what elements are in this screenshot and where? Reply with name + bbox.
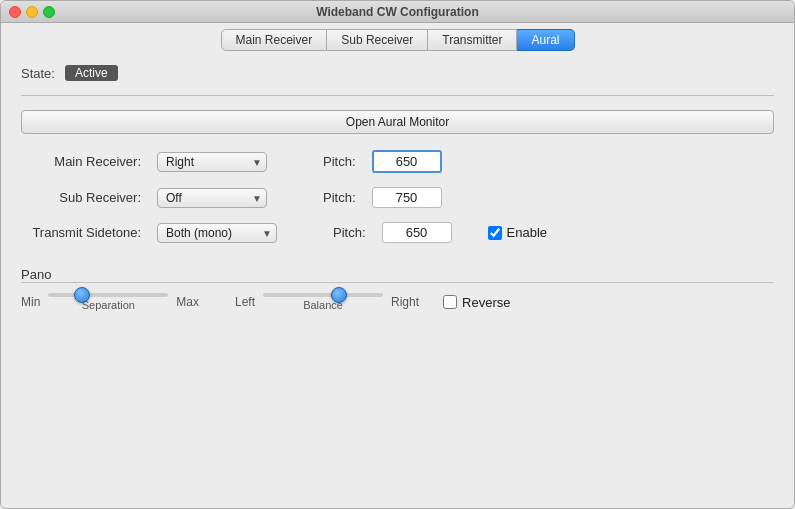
reverse-checkbox[interactable] [443,295,457,309]
state-label: State: [21,66,55,81]
sub-receiver-row: Sub Receiver: Left Right Both Off ▼ Pitc… [21,187,774,208]
enable-row: Enable [488,225,547,240]
close-button[interactable] [9,6,21,18]
main-receiver-select-wrapper: Left Right Both Off ▼ [157,152,267,172]
top-divider [21,95,774,96]
sub-receiver-pitch-input[interactable] [372,187,442,208]
main-receiver-row: Main Receiver: Left Right Both Off ▼ Pit… [21,150,774,173]
pano-section: Pano Min Separation Max Left Balance Rig… [21,267,774,311]
maximize-button[interactable] [43,6,55,18]
tab-sub-receiver[interactable]: Sub Receiver [327,29,428,51]
slider-row: Min Separation Max Left Balance Right [21,293,774,311]
open-aural-monitor-button[interactable]: Open Aural Monitor [21,110,774,134]
pano-divider [21,282,774,283]
sub-receiver-select[interactable]: Left Right Both Off [157,188,267,208]
pano-title: Pano [21,267,51,282]
balance-left-label: Left [235,295,255,309]
transmit-sidetone-select[interactable]: Left Right Both (mono) Both (stereo) Off [157,223,277,243]
transmit-sidetone-pitch-input[interactable] [382,222,452,243]
main-window: Wideband CW Configuration Main Receiver … [0,0,795,509]
main-receiver-label: Main Receiver: [21,154,141,169]
balance-sublabel: Balance [303,299,343,311]
traffic-lights [9,6,55,18]
state-badge: Active [65,65,118,81]
transmit-sidetone-row: Transmit Sidetone: Left Right Both (mono… [21,222,774,243]
sub-receiver-select-wrapper: Left Right Both Off ▼ [157,188,267,208]
separation-min-label: Min [21,295,40,309]
enable-checkbox[interactable] [488,226,502,240]
balance-right-label: Right [391,295,419,309]
main-receiver-pitch-input[interactable] [372,150,442,173]
reverse-label: Reverse [462,295,510,310]
tab-aural[interactable]: Aural [517,29,574,51]
content-area: State: Active Open Aural Monitor Main Re… [1,55,794,508]
main-receiver-pitch-label: Pitch: [323,154,356,169]
title-bar: Wideband CW Configuration [1,1,794,23]
tab-transmitter[interactable]: Transmitter [428,29,517,51]
sub-receiver-pitch-label: Pitch: [323,190,356,205]
reverse-row: Reverse [443,295,510,310]
window-title: Wideband CW Configuration [316,5,479,19]
sub-receiver-label: Sub Receiver: [21,190,141,205]
transmit-sidetone-label: Transmit Sidetone: [21,225,141,240]
state-row: State: Active [21,65,774,81]
tab-bar: Main Receiver Sub Receiver Transmitter A… [1,23,794,55]
main-receiver-select[interactable]: Left Right Both Off [157,152,267,172]
tab-main-receiver[interactable]: Main Receiver [221,29,328,51]
separation-max-label: Max [176,295,199,309]
separation-sublabel: Separation [82,299,135,311]
balance-slider-container: Balance [263,293,383,311]
transmit-sidetone-select-wrapper: Left Right Both (mono) Both (stereo) Off… [157,223,277,243]
enable-label: Enable [507,225,547,240]
balance-slider[interactable] [263,293,383,297]
minimize-button[interactable] [26,6,38,18]
separation-slider[interactable] [48,293,168,297]
form-section: Main Receiver: Left Right Both Off ▼ Pit… [21,150,774,243]
transmit-sidetone-pitch-label: Pitch: [333,225,366,240]
separation-slider-container: Separation [48,293,168,311]
